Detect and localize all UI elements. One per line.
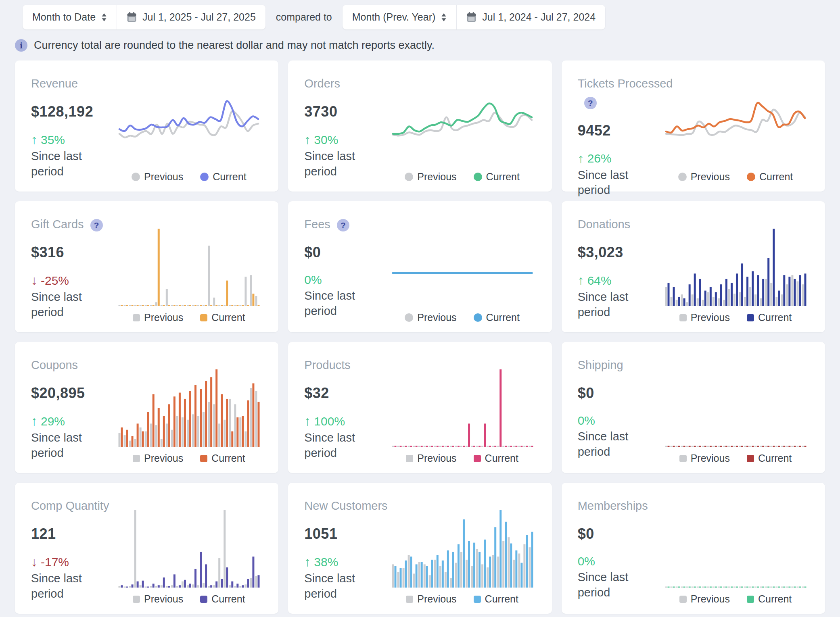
legend-previous: Previous — [405, 312, 456, 323]
calendar-icon — [127, 12, 137, 23]
legend-current: Current — [200, 593, 245, 605]
card-title: New Customers — [304, 499, 387, 512]
legend-current: Current — [200, 312, 245, 323]
legend-previous-label: Previous — [691, 171, 730, 183]
rounding-notice-text: Currency total are rounded to the neares… — [34, 39, 435, 52]
period-preset-select[interactable]: Month to Date — [23, 5, 117, 29]
card-since-label: Since last period — [304, 288, 375, 319]
card-title: Shipping — [578, 359, 623, 371]
select-arrows-icon — [441, 13, 447, 22]
legend-previous: Previous — [406, 593, 456, 605]
legend-current-label: Current — [758, 593, 792, 605]
current-marker-icon — [200, 596, 207, 603]
change-percent: 0% — [304, 273, 322, 287]
help-icon[interactable]: ? — [337, 219, 349, 231]
legend-current-label: Current — [211, 593, 245, 605]
chart-area: Previous Current — [118, 72, 260, 183]
chart-legend: Previous Current — [406, 593, 518, 605]
metric-card: Shipping? $0 0% Since last period Previo… — [562, 342, 825, 473]
card-title-row: Orders? — [304, 74, 405, 93]
legend-previous-label: Previous — [691, 593, 730, 605]
change-percent: -17% — [41, 555, 69, 569]
chart-legend: Previous Current — [133, 593, 245, 605]
card-title-row: Tickets Processed? — [578, 74, 679, 112]
compare-date-range-label: Jul 1, 2024 - Jul 27, 2024 — [482, 11, 596, 23]
chart-legend: Previous Current — [405, 312, 520, 323]
previous-marker-icon — [406, 596, 413, 603]
sparkline-chart — [664, 366, 807, 447]
current-date-range[interactable]: Jul 1, 2025 - Jul 27, 2025 — [117, 5, 265, 29]
card-title: Products — [304, 359, 350, 371]
compared-to-label: compared to — [276, 11, 332, 23]
card-since-label: Since last period — [304, 430, 375, 461]
chart-area: Previous Current — [391, 72, 533, 183]
change-percent: 35% — [41, 133, 65, 147]
metric-card: New Customers? 1051 ↑ 38% Since last per… — [288, 483, 552, 614]
sparkline-chart — [391, 98, 533, 151]
legend-previous: Previous — [133, 312, 183, 323]
current-marker-icon — [474, 173, 482, 181]
card-since-label: Since last period — [31, 149, 102, 179]
chart-legend: Previous Current — [133, 452, 245, 464]
legend-previous: Previous — [133, 593, 183, 605]
card-since-label: Since last period — [578, 290, 648, 320]
card-title-row: Gift Cards? — [31, 215, 132, 233]
sparkline-chart — [664, 225, 807, 306]
chart-area: Previous Current — [118, 213, 260, 323]
current-period-group: Month to Date Jul 1, 2025 - Jul 27, 2025 — [23, 5, 265, 29]
current-marker-icon — [747, 455, 754, 462]
chart-area: Previous Current — [664, 353, 807, 464]
current-marker-icon — [474, 596, 481, 603]
change-percent: 0% — [578, 414, 595, 427]
legend-current: Current — [474, 593, 518, 605]
card-title-row: Donations? — [578, 215, 679, 233]
legend-previous: Previous — [406, 452, 456, 464]
current-marker-icon — [747, 596, 754, 603]
sparkline-chart — [118, 98, 260, 151]
legend-previous-label: Previous — [144, 312, 183, 323]
previous-marker-icon — [679, 596, 687, 603]
card-since-label: Since last period — [578, 168, 648, 198]
previous-marker-icon — [678, 173, 687, 181]
metric-card: Fees? $0 0% Since last period Previous C… — [288, 201, 552, 332]
card-since-label: Since last period — [304, 571, 375, 601]
chart-legend: Previous Current — [679, 312, 792, 323]
legend-previous: Previous — [132, 171, 183, 183]
chart-legend: Previous Current — [405, 171, 520, 183]
compare-date-range[interactable]: Jul 1, 2024 - Jul 27, 2024 — [456, 5, 605, 29]
legend-previous: Previous — [133, 452, 183, 464]
chart-area: Previous Current — [664, 494, 807, 605]
change-percent: 29% — [41, 415, 65, 428]
card-title: Comp Quantity — [31, 499, 109, 512]
change-percent: 0% — [578, 554, 595, 568]
legend-previous-label: Previous — [691, 452, 730, 464]
change-percent: 100% — [314, 415, 345, 428]
legend-previous-label: Previous — [144, 171, 183, 183]
legend-current: Current — [747, 593, 792, 605]
legend-current-label: Current — [759, 171, 793, 183]
info-icon: i — [15, 39, 27, 52]
chart-area: Previous Current — [664, 213, 807, 323]
metric-card: Memberships? $0 0% Since last period Pre… — [562, 483, 825, 614]
legend-current: Current — [474, 452, 518, 464]
previous-marker-icon — [132, 173, 140, 181]
chart-area: Previous Current — [391, 353, 533, 464]
card-title: Revenue — [31, 77, 78, 90]
legend-previous-label: Previous — [417, 452, 456, 464]
legend-current-label: Current — [486, 312, 520, 323]
current-date-range-label: Jul 1, 2025 - Jul 27, 2025 — [142, 11, 256, 23]
help-icon[interactable]: ? — [90, 219, 103, 231]
help-icon[interactable]: ? — [584, 97, 597, 109]
card-title-row: New Customers? — [304, 496, 405, 515]
chart-area: Previous Current — [664, 72, 807, 183]
legend-current-label: Current — [485, 452, 518, 464]
sparkline-chart — [391, 507, 533, 588]
compare-preset-select[interactable]: Month (Prev. Year) — [343, 5, 457, 29]
legend-current: Current — [747, 312, 792, 323]
card-since-label: Since last period — [304, 149, 375, 179]
metric-card: Donations? $3,023 ↑ 64% Since last perio… — [562, 201, 825, 332]
card-title-row: Comp Quantity? — [31, 496, 132, 515]
card-title-row: Memberships? — [578, 496, 679, 515]
legend-previous-label: Previous — [417, 171, 456, 183]
compare-preset-label: Month (Prev. Year) — [352, 11, 436, 23]
